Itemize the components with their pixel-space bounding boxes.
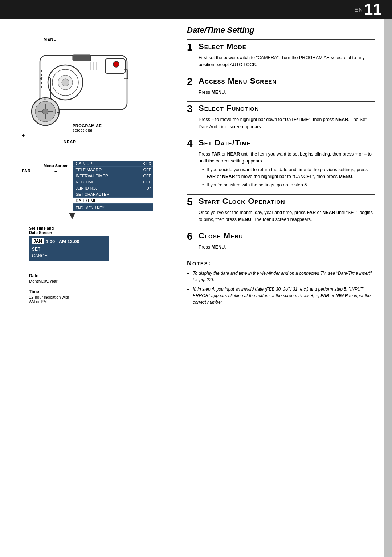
right-sidebar-strip — [384, 19, 392, 557]
step-4-num: 4 — [187, 138, 195, 149]
menu-row-gainup: GAIN UP S.LX — [73, 161, 153, 167]
section-title-5: Start Clock Operation — [199, 197, 285, 206]
date-label: Date — [29, 273, 78, 278]
right-panel: Date/Time Setting 1 Select Mode First se… — [178, 19, 384, 557]
date-sub: Month/Day/Year — [29, 279, 78, 283]
section-body-4: Press FAR or NEAR until the item you wan… — [187, 151, 375, 189]
menu-end-row: END :MENU KEY — [73, 205, 153, 211]
step-5-num: 5 — [187, 197, 195, 207]
section-title-4: Set Date/Time — [199, 138, 251, 147]
near-label: NEAR — [64, 140, 76, 144]
step-6-num: 6 — [187, 231, 195, 242]
svg-rect-7 — [73, 55, 91, 61]
time-sub: 12-hour indication with AM or PM — [29, 295, 78, 304]
section-body-6: Press MENU. — [187, 244, 375, 251]
far-label: FAR — [22, 169, 31, 173]
svg-point-8 — [113, 61, 119, 67]
menu-row-telemacro: TELE MACRO OFF — [73, 167, 153, 173]
menu-screen-box: GAIN UP S.LX TELE MACRO OFF INTERVAL TIM… — [73, 161, 153, 211]
time-label: Time — [29, 289, 78, 294]
program-ae-label: PROGRAM AE select dial — [73, 124, 102, 132]
bullet-1: If you decide you want to return the dat… — [202, 166, 375, 181]
section-body-5: Once you've set the month, day, year and… — [187, 209, 375, 223]
notes-section: Notes: To display the date and time in t… — [187, 257, 375, 306]
section-title-2: Access Menu Screen — [199, 77, 277, 85]
svg-point-17 — [42, 109, 48, 114]
section-body-3: Press – to move the highlight bar down t… — [187, 116, 375, 130]
page-number: 11 — [364, 1, 382, 17]
menu-row-jlip: JLIP ID NO. 07 — [73, 185, 153, 191]
section-select-function: 3 Select Function Press – to move the hi… — [187, 101, 375, 130]
section-start-clock: 5 Start Clock Operation Once you've set … — [187, 194, 375, 223]
menu-screen-container: Menu Screen GAIN UP S.LX TELE MACRO OFF … — [44, 161, 153, 211]
menu-row-interval: INTERVAL TIMER OFF — [73, 173, 153, 179]
section-body-1: First set the power switch to "CAMERA". … — [187, 55, 375, 69]
svg-text:–: – — [44, 123, 46, 128]
camera-illustration: ◄ + – — [18, 41, 142, 154]
section-set-datetime: 4 Set Date/Time Press FAR or NEAR until … — [187, 136, 375, 189]
page-title: Date/Time Setting — [187, 25, 375, 35]
step-3-num: 3 — [187, 104, 195, 114]
set-time-row1: JAN 1.00 AM 12:00 — [32, 238, 106, 244]
svg-text:+: + — [44, 97, 46, 102]
menu-row-setchar: SET CHARACTER — [73, 191, 153, 198]
svg-text:◄: ◄ — [56, 110, 60, 114]
down-arrow-container: ▼ — [67, 211, 77, 221]
set-time-box: JAN 1.00 AM 12:00 SET CANCEL — [29, 236, 109, 261]
set-time-container: Set Time and Date Screen JAN 1.00 AM 12:… — [29, 226, 109, 261]
step-2-num: 2 — [187, 77, 195, 87]
step-1-num: 1 — [187, 42, 195, 52]
left-panel: MENU — [0, 19, 178, 557]
menu-row-rectime: REC TIME OFF — [73, 179, 153, 185]
set-text: SET — [32, 246, 106, 253]
section-title-1: Select Mode — [199, 42, 246, 51]
note-item-2: If, in step 4, you input an invalid date… — [187, 286, 375, 306]
note-item-1: To display the date and time in the view… — [187, 270, 375, 283]
section-select-mode: 1 Select Mode First set the power switch… — [187, 39, 375, 69]
set-time-label: Set Time and Date Screen — [29, 226, 109, 235]
top-bar: EN 11 — [0, 0, 392, 19]
plus-label: + — [22, 132, 25, 138]
section-close-menu: 6 Close Menu Press MENU. — [187, 229, 375, 251]
date-time-labels: Date Month/Day/Year Time 12-hour indicat… — [29, 273, 78, 310]
down-arrow-icon: ▼ — [67, 211, 77, 221]
time-display: 1.00 AM 12:00 — [46, 239, 79, 244]
menu-screen-label: Menu Screen — [44, 164, 68, 168]
svg-point-4 — [62, 79, 69, 86]
bullet-2: If you're satisfied with the settings, g… — [202, 182, 375, 189]
section-body-2: Press MENU. — [187, 89, 375, 96]
section-access-menu: 2 Access Menu Screen Press MENU. — [187, 74, 375, 96]
menu-row-datetime: DATE/TIME — [73, 198, 153, 204]
cancel-text: CANCEL — [32, 253, 106, 259]
section-title-3: Select Function — [199, 104, 259, 113]
jan-box: JAN — [32, 238, 44, 244]
notes-title: Notes: — [187, 259, 375, 267]
en-label: EN — [354, 7, 363, 13]
section-title-6: Close Menu — [199, 231, 243, 240]
